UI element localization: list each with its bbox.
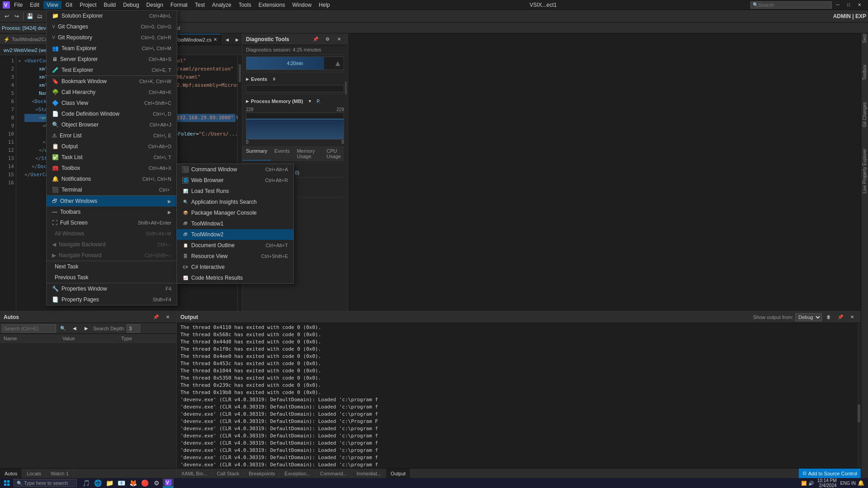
view-team-explorer[interactable]: 👥Team Explorer Ctrl+\, Ctrl+M — [47, 43, 177, 54]
output-pin-btn[interactable]: 📌 — [835, 312, 845, 322]
menu-view[interactable]: View — [43, 1, 61, 9]
search-input[interactable] — [758, 2, 830, 8]
view-test-explorer[interactable]: 🧪Test Explorer Ctrl+E, T — [47, 65, 177, 75]
menu-extensions[interactable]: Extensions — [255, 1, 288, 9]
view-nav-backward[interactable]: ◀Navigate Backward Ctrl+-- — [47, 239, 177, 250]
minimize-btn[interactable]: ─ — [833, 1, 843, 9]
search-icon[interactable]: 🔍 — [58, 324, 68, 333]
notification-btn[interactable]: 🔔 — [858, 480, 864, 486]
search-box[interactable]: 🔍 — [750, 1, 832, 9]
tab-toolwindow2-close[interactable]: ✕ — [213, 37, 217, 42]
diag-settings-btn[interactable]: ⚙ — [322, 34, 332, 44]
sub-toolwindow2[interactable]: 🗗 ToolWindow2 — [177, 229, 293, 240]
view-code-definition[interactable]: 📄Code Definition Window Ctrl+\, D — [47, 108, 177, 119]
output-clear-btn[interactable]: 🗑 — [824, 312, 834, 322]
memory-filter-btn[interactable]: ▼ — [305, 96, 315, 106]
taskbar-app-4[interactable]: 📧 — [116, 479, 127, 488]
close-btn[interactable]: ✕ — [854, 1, 864, 9]
taskbar-app-2[interactable]: 🌐 — [92, 479, 103, 488]
tab-events[interactable]: Events — [271, 147, 293, 160]
view-error-list[interactable]: ⚠Error List Ctrl+\, E — [47, 130, 177, 141]
view-nav-forward[interactable]: ▶Navigate Forward Ctrl+Shift+-- — [47, 250, 177, 261]
view-bookmark-window[interactable]: 🔖Bookmark Window Ctrl+K, Ctrl+W — [47, 76, 177, 87]
taskbar-app-7[interactable]: ⚙ — [151, 479, 162, 488]
side-live-props-label[interactable]: Live Property Explorer — [861, 147, 868, 195]
menu-file[interactable]: File — [11, 1, 26, 9]
sub-app-insights[interactable]: 🔍 Application Insights Search — [177, 197, 293, 207]
side-toolbox-label[interactable]: Toolbox — [861, 63, 868, 82]
tab-memory-usage[interactable]: Memory Usage — [293, 147, 323, 160]
diag-pin-btn[interactable]: 📌 — [311, 34, 321, 44]
output-tab[interactable]: Output — [386, 469, 410, 479]
vs-taskbar-icon[interactable]: V — [163, 479, 174, 488]
tab-scroll-right[interactable]: ▶ — [232, 35, 242, 45]
taskbar-app-6[interactable]: 🔴 — [139, 479, 150, 488]
taskbar-app-3[interactable]: 📁 — [104, 479, 115, 488]
menu-git[interactable]: Git — [62, 1, 75, 9]
menu-debug[interactable]: Debug — [120, 1, 142, 9]
view-git-repository[interactable]: ⑂Git Repository Ctrl+0, Ctrl+R — [47, 32, 177, 43]
call-stack-tab[interactable]: Call Stack — [212, 469, 245, 479]
diag-close-btn[interactable]: ✕ — [334, 34, 344, 44]
watch1-tab[interactable]: Watch 1 — [46, 469, 74, 479]
menu-tools[interactable]: Tools — [236, 1, 255, 9]
save-all-btn[interactable]: 🗂 — [35, 11, 45, 21]
language-indicator[interactable]: ENG IN — [840, 481, 856, 486]
search-taskbar[interactable]: 🔍 Type here to search — [14, 479, 77, 487]
sub-pkg-manager[interactable]: 📦 Package Manager Console — [177, 207, 293, 218]
menu-test[interactable]: Test — [192, 1, 208, 9]
view-toolbox[interactable]: 🧰Toolbox Ctrl+Alt+X — [47, 163, 177, 174]
side-git-changes-label[interactable]: Git Changes — [861, 100, 868, 129]
view-all-windows[interactable]: All Windows Shift+Alt+M — [47, 228, 177, 239]
view-toolbars[interactable]: —Toolbars ▶ — [47, 206, 177, 217]
tab-scroll-left[interactable]: ◀ — [222, 35, 232, 45]
autos-tab[interactable]: Autos — [0, 469, 22, 479]
autos-search-input[interactable] — [2, 324, 56, 333]
sub-csharp-interactive[interactable]: C# C# Interactive — [177, 262, 293, 272]
breakpoints-tab[interactable]: Breakpoints — [244, 469, 280, 479]
menu-help[interactable]: Help — [316, 1, 333, 9]
view-solution-explorer[interactable]: 📁Solution Explorer Ctrl+Alt+L — [47, 10, 177, 21]
view-full-screen[interactable]: ⛶Full Screen Shift+Alt+Enter — [47, 217, 177, 228]
view-previous-task[interactable]: Previous Task — [47, 272, 177, 283]
view-next-task[interactable]: Next Task — [47, 261, 177, 272]
taskbar-app-1[interactable]: 🎵 — [80, 479, 91, 488]
autos-close-btn[interactable]: ✕ — [163, 312, 173, 322]
locals-tab[interactable]: Locals — [22, 469, 46, 479]
view-git-changes[interactable]: ⑂Git Changes Ctrl+0, Ctrl+G — [47, 21, 177, 32]
save-btn[interactable]: 💾 — [25, 11, 35, 21]
immediate-tab[interactable]: Immediat... — [352, 469, 386, 479]
view-terminal[interactable]: ⬛Terminal Ctrl+` — [47, 184, 177, 195]
view-object-browser[interactable]: 🔍Object Browser Ctrl+Alt+J — [47, 119, 177, 130]
source-control-btn[interactable]: ⊙ Add to Source Control — [799, 469, 861, 479]
output-close-btn[interactable]: ✕ — [847, 312, 857, 322]
view-properties-window[interactable]: 🔧Properties Window F4 — [47, 283, 177, 294]
search-depth-input[interactable] — [127, 324, 140, 333]
sub-doc-outline[interactable]: 📋 Document Outline Ctrl+Alt+T — [177, 240, 293, 251]
view-class-view[interactable]: 🔷Class View Ctrl+Shift+C — [47, 98, 177, 108]
sub-web-browser[interactable]: 🌐 Web Browser Ctrl+Alt+R — [177, 175, 293, 186]
sub-command-window[interactable]: ⬛ Command Window Ctrl+Alt+A — [177, 164, 293, 175]
xaml-bindings-tab[interactable]: XAML Bin... — [177, 469, 212, 479]
autos-pin-btn[interactable]: 📌 — [151, 312, 161, 322]
menu-format[interactable]: Format — [167, 1, 191, 9]
events-pause-btn[interactable]: ⏸ — [269, 74, 279, 84]
view-notifications[interactable]: 🔔Notifications Ctrl+\, Ctrl+N — [47, 174, 177, 184]
menu-analyze[interactable]: Analyze — [209, 1, 235, 9]
view-server-explorer[interactable]: 🖥Server Explorer Ctrl+Alt+S — [47, 54, 177, 65]
exception-tab[interactable]: Exception... — [280, 469, 315, 479]
menu-window[interactable]: Window — [289, 1, 315, 9]
redo-btn[interactable]: ↪ — [12, 11, 22, 21]
nav-forward-btn[interactable]: ▶ — [81, 324, 91, 333]
sub-toolwindow1[interactable]: 🗗 ToolWindow1 — [177, 218, 293, 229]
view-call-hierarchy[interactable]: 🌳Call Hierarchy Ctrl+Alt+K — [47, 87, 177, 98]
output-source-select[interactable]: Debug Build — [795, 313, 822, 321]
undo-btn[interactable]: ↩ — [2, 11, 12, 21]
view-other-windows[interactable]: 🗗Other Windows ▶ — [47, 196, 177, 206]
view-task-list[interactable]: ✅Task List Ctrl+\, T — [47, 152, 177, 163]
menu-build[interactable]: Build — [101, 1, 119, 9]
sub-load-test-runs[interactable]: 📊 Load Test Runs — [177, 186, 293, 197]
view-property-pages[interactable]: 📑Property Pages Shift+F4 — [47, 294, 177, 305]
menu-design[interactable]: Design — [143, 1, 166, 9]
sub-resource-view[interactable]: 🗄 Resource View Ctrl+Shift+E — [177, 251, 293, 262]
